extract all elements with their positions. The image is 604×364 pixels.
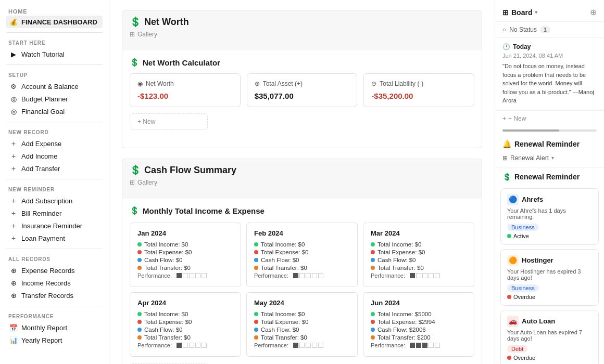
- cf-transfer: Total Transfer: $0: [144, 334, 191, 341]
- cf-income-row: Total Income: $0: [137, 311, 233, 317]
- cashflow-card-1: Feb 2024 Total Income: $0 Total Expense:…: [246, 223, 358, 287]
- status-dot: [507, 295, 511, 299]
- cf-expense-row: Total Expense: $0: [137, 249, 233, 255]
- scrollbar[interactable]: [502, 129, 597, 132]
- expense-dot: [254, 320, 258, 324]
- gallery-icon: ⊞: [130, 31, 135, 38]
- income-dot: [137, 242, 142, 246]
- sidebar-item-yearly-report[interactable]: 📊 Yearly Report: [6, 334, 103, 346]
- cf-income: Total Income: $5000: [378, 311, 432, 317]
- sidebar-item-transfer-records[interactable]: ⊕ Transfer Records: [6, 289, 103, 302]
- play-icon: ▶: [9, 50, 18, 58]
- perf-bar: [202, 273, 207, 278]
- no-status-count: 1: [540, 26, 550, 33]
- perf-bar: [189, 343, 194, 348]
- subscription-card-1: 🟠 Hostinger Your Hostinger has expired 3…: [500, 249, 599, 306]
- cf-transfer-row: Total Transfer: $200: [371, 334, 467, 341]
- add-expense-label: Add Expense: [21, 140, 61, 148]
- add-new-button[interactable]: + New: [130, 113, 208, 130]
- sub-name: Auto Loan: [522, 317, 555, 325]
- total-liability-header: ⊖ Total Liability (-): [371, 80, 467, 87]
- financial-goal-label: Financial Goal: [21, 108, 65, 115]
- renewal-alert-row[interactable]: ⊞ Renewal Alert ▾: [495, 151, 604, 167]
- income-dot: [254, 242, 258, 246]
- net-worth-icon: 💲: [130, 16, 141, 28]
- account-icon: ⚙: [9, 82, 18, 90]
- subscription-cards: 🔵 Ahrefs Your Ahrefs has 1 days remainin…: [495, 188, 604, 365]
- dollar-icon: 💲: [502, 173, 511, 181]
- plus-float-icon[interactable]: ⊕: [590, 7, 597, 17]
- sidebar-item-loan-payment[interactable]: + Loan Payment: [6, 232, 103, 244]
- sidebar-item-add-income[interactable]: + Add Income: [6, 150, 103, 162]
- cf-transfer: Total Transfer: $0: [378, 265, 424, 271]
- status-label: Overdue: [513, 294, 535, 300]
- cashflow-grid: Jan 2024 Total Income: $0 Total Expense:…: [130, 223, 474, 357]
- sidebar-item-add-transfer[interactable]: + Add Transfer: [6, 162, 103, 175]
- cash-flow-view-label[interactable]: ⊞ Gallery: [130, 179, 474, 186]
- perf-bars: [410, 273, 440, 278]
- sidebar-item-financial-goal[interactable]: ◎ Financial Goal: [6, 105, 103, 118]
- new-record-section: NEW RECORD: [8, 129, 103, 135]
- cf-month: Apr 2024: [137, 299, 233, 307]
- expense-records-label: Expense Records: [21, 267, 75, 275]
- perf-bars: [293, 273, 323, 278]
- sidebar-item-add-subscription[interactable]: + Add Subscription: [6, 194, 103, 207]
- perf-bar: [306, 273, 311, 278]
- cf-income-row: Total Income: $0: [254, 241, 350, 248]
- net-worth-view-label[interactable]: ⊞ Gallery: [130, 31, 474, 38]
- sidebar-item-finance-dashboard[interactable]: 💰 FINANCE DASHBOARD: [6, 16, 103, 28]
- transfer-records-label: Transfer Records: [21, 292, 73, 300]
- income-dot: [254, 312, 258, 316]
- perf-bar: [422, 273, 427, 278]
- perf-bar: [422, 343, 427, 348]
- net-worth-card-header: ◉ Net Worth: [137, 80, 233, 87]
- cf-expense: Total Expense: $0: [378, 249, 425, 255]
- cf-performance-row: Performance:: [137, 272, 233, 279]
- transfer-dot: [254, 335, 258, 340]
- cf-perf-label: Performance:: [137, 342, 172, 348]
- sidebar-item-income-records[interactable]: ⊕ Income Records: [6, 277, 103, 289]
- cf-cashflow-row: Cash Flow: $0: [254, 257, 350, 263]
- cashflow-card-2: Mar 2024 Total Income: $0 Total Expense:…: [363, 223, 474, 287]
- cf-cashflow: Cash Flow: $0: [261, 257, 299, 263]
- perf-bar: [312, 273, 317, 278]
- sidebar-item-budget-planner[interactable]: ◎ Budget Planner: [6, 93, 103, 105]
- income-dot: [137, 312, 142, 316]
- cf-income: Total Income: $0: [144, 311, 188, 317]
- sidebar-item-add-expense[interactable]: + Add Expense: [6, 137, 103, 150]
- status-dot: [507, 234, 511, 238]
- cf-performance-row: Performance:: [371, 272, 467, 279]
- today-section: 🕐 Today Jun 21, 2024, 08:41 AM "Do not f…: [495, 38, 604, 111]
- transfer-dot: [371, 335, 375, 340]
- add-income-label: Add Income: [21, 152, 57, 160]
- perf-bar: [416, 273, 421, 278]
- sidebar-item-watch-tutorial[interactable]: ▶ Watch Tutorial: [6, 48, 103, 60]
- total-liability-value: -$35,200.00: [371, 92, 467, 100]
- net-worth-calculator-title: 💲 Net Worth Calculator: [130, 58, 474, 67]
- cf-cashflow-row: Cash Flow: $0: [254, 327, 350, 333]
- sidebar-item-bill-reminder[interactable]: + Bill Reminder: [6, 207, 103, 219]
- subscription-tag: Debt: [507, 345, 527, 353]
- perf-bar: [195, 343, 200, 348]
- sidebar-item-account-balance[interactable]: ⚙ Account & Balance: [6, 80, 103, 93]
- sidebar-item-insurance-reminder[interactable]: + Insurance Reminder: [6, 219, 103, 232]
- rp-add-new-button[interactable]: + + New: [495, 111, 604, 126]
- subscription-card-0: 🔵 Ahrefs Your Ahrefs has 1 days remainin…: [500, 188, 599, 245]
- sidebar-item-expense-records[interactable]: ⊕ Expense Records: [6, 264, 103, 277]
- cash-flow-section: 💲 Cash Flow Summary ⊞ Gallery 💲 Monthly …: [122, 159, 482, 364]
- cf-expense-row: Total Expense: $0: [254, 249, 350, 255]
- sidebar-item-monthly-report[interactable]: 📅 Monthly Report: [6, 321, 103, 334]
- budget-planner-label: Budget Planner: [21, 95, 68, 103]
- cf-perf-label: Performance:: [371, 272, 405, 279]
- perf-bar: [429, 273, 434, 278]
- grid-icon: ⊞: [502, 154, 508, 162]
- net-worth-title: 💲 Net Worth: [130, 16, 474, 28]
- cf-expense: Total Expense: $0: [144, 319, 192, 325]
- perf-bar: [183, 273, 188, 278]
- cf-transfer-row: Total Transfer: $0: [137, 334, 233, 341]
- total-liability-card: ⊖ Total Liability (-) -$35,200.00: [363, 73, 474, 107]
- cf-transfer-row: Total Transfer: $0: [254, 265, 350, 271]
- new-reminder-section: NEW REMINDER: [8, 187, 103, 192]
- home-section-label: HOME: [6, 8, 103, 15]
- cf-transfer: Total Transfer: $0: [261, 334, 307, 341]
